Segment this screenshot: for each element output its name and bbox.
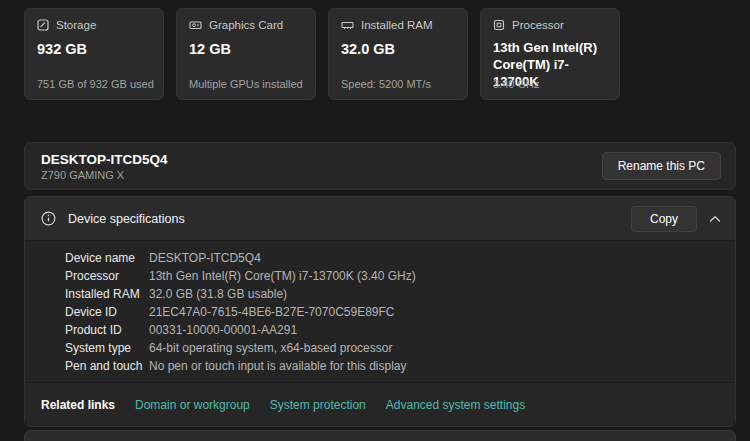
card-footer: 3.40 GHz: [493, 78, 611, 90]
device-model: Z790 GAMING X: [41, 169, 168, 181]
graphics-card-icon: [189, 19, 202, 31]
card-value: 32.0 GB: [341, 40, 455, 59]
installed-ram-card: Installed RAM 32.0 GB Speed: 5200 MT/s: [328, 8, 468, 100]
processor-card: Processor 13th Gen Intel(R) Core(TM) i7-…: [480, 8, 620, 100]
related-links-row: Related links Domain or workgroup System…: [25, 382, 735, 426]
storage-icon: [37, 19, 49, 31]
link-advanced-system-settings[interactable]: Advanced system settings: [386, 398, 525, 412]
card-title: Graphics Card: [209, 19, 283, 31]
card-footer: 751 GB of 932 GB used: [37, 78, 155, 90]
spec-row-installed-ram: Installed RAM 32.0 GB (31.8 GB usable): [65, 285, 719, 303]
card-footer: Multiple GPUs installed: [189, 78, 307, 90]
link-system-protection[interactable]: System protection: [270, 398, 366, 412]
summary-cards-row: Storage 932 GB 751 GB of 932 GB used Gra…: [24, 8, 620, 100]
device-specifications-expander: Device specifications Copy Device name D…: [24, 196, 736, 427]
storage-card: Storage 932 GB 751 GB of 932 GB used: [24, 8, 164, 100]
spec-row-pen-and-touch: Pen and touch No pen or touch input is a…: [65, 357, 719, 375]
spec-row-processor: Processor 13th Gen Intel(R) Core(TM) i7-…: [65, 267, 719, 285]
device-specifications-header[interactable]: Device specifications Copy: [25, 197, 735, 241]
card-value: 932 GB: [37, 40, 151, 59]
card-title: Installed RAM: [361, 19, 433, 31]
graphics-card-card: Graphics Card 12 GB Multiple GPUs instal…: [176, 8, 316, 100]
link-domain-or-workgroup[interactable]: Domain or workgroup: [135, 398, 250, 412]
info-icon: [41, 211, 56, 226]
card-value: 12 GB: [189, 40, 303, 59]
copy-button[interactable]: Copy: [631, 206, 697, 232]
settings-about-page: Storage 932 GB 751 GB of 932 GB used Gra…: [0, 0, 750, 441]
card-footer: Speed: 5200 MT/s: [341, 78, 459, 90]
spec-row-product-id: Product ID 00331-10000-00001-AA291: [65, 321, 719, 339]
rename-pc-button[interactable]: Rename this PC: [602, 152, 721, 180]
spec-row-system-type: System type 64-bit operating system, x64…: [65, 339, 719, 357]
section-title: Device specifications: [68, 212, 185, 226]
ram-icon: [341, 19, 354, 31]
processor-icon: [493, 19, 505, 31]
spec-row-device-name: Device name DESKTOP-ITCD5Q4: [65, 249, 719, 267]
related-links-label: Related links: [41, 398, 115, 412]
device-specifications-body: Device name DESKTOP-ITCD5Q4 Processor 13…: [25, 241, 735, 382]
device-name: DESKTOP-ITCD5Q4: [41, 152, 168, 167]
card-title: Processor: [512, 19, 564, 31]
spec-row-device-id: Device ID 21EC47A0-7615-4BE6-B27E-7070C5…: [65, 303, 719, 321]
chevron-up-icon[interactable]: [709, 215, 721, 223]
next-section-card-clipped[interactable]: [24, 430, 736, 441]
card-title: Storage: [56, 19, 96, 31]
device-name-banner: DESKTOP-ITCD5Q4 Z790 GAMING X Rename thi…: [24, 142, 736, 190]
